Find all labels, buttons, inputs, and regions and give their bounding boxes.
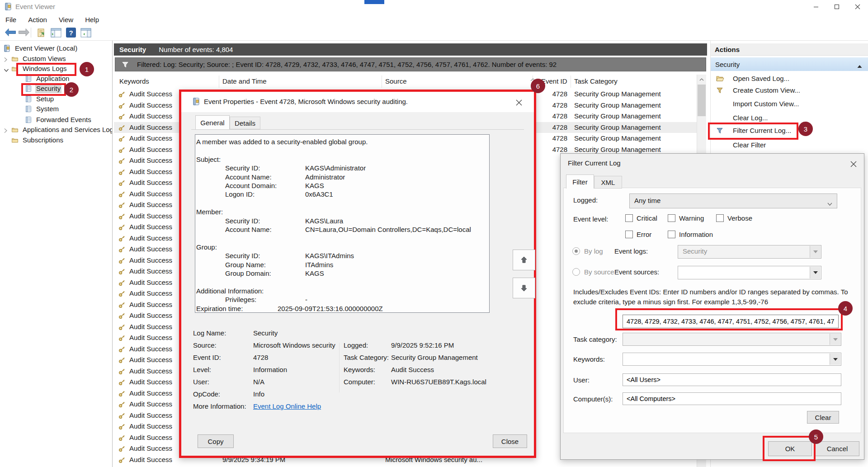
sidebar-item-subscriptions[interactable]: Subscriptions xyxy=(0,136,112,146)
toolbar: ? xyxy=(0,25,868,41)
actions-section-security[interactable]: Security xyxy=(711,57,868,71)
action-item-label: Open Saved Log... xyxy=(733,75,789,82)
sidebar-item-event-viewer-local[interactable]: Event Viewer (Local) xyxy=(0,44,112,54)
event-keyword: Audit Success xyxy=(129,112,172,120)
key-icon xyxy=(118,357,125,363)
chevron-right-icon[interactable] xyxy=(4,127,8,135)
event-ids-input[interactable] xyxy=(623,315,839,328)
checkbox-information[interactable] xyxy=(668,231,675,238)
next-event-button[interactable] xyxy=(513,278,535,298)
event-task-category: Security Group Management xyxy=(574,101,661,109)
keywords-dropdown[interactable] xyxy=(623,353,841,366)
forward-arrow-icon[interactable] xyxy=(18,28,30,38)
action-item-filter-current-log[interactable]: Filter Current Log... xyxy=(711,125,868,137)
menu-file[interactable]: File xyxy=(5,16,16,24)
event-keyword: Audit Success xyxy=(129,378,172,386)
computers-input[interactable] xyxy=(623,392,841,405)
event-task-category: Security Group Management xyxy=(574,123,661,131)
scrollbar-up-icon[interactable] xyxy=(697,75,706,84)
sidebar-item-windows-logs[interactable]: Windows Logs xyxy=(0,64,112,74)
previous-event-button[interactable] xyxy=(513,250,535,270)
action-item-label: Create Custom View... xyxy=(733,86,800,94)
sidebar-item-label: Application xyxy=(36,75,69,82)
checkbox-error[interactable] xyxy=(625,231,633,238)
clear-button[interactable]: Clear xyxy=(807,411,839,424)
dropdown-button[interactable] xyxy=(830,334,840,345)
action-item-open-saved-log[interactable]: Open Saved Log... xyxy=(711,73,868,85)
key-icon xyxy=(118,412,125,419)
tab-xml[interactable]: XML xyxy=(594,176,622,189)
dialog-close-icon[interactable] xyxy=(847,160,860,169)
event-id: 4728 xyxy=(539,112,567,120)
column-divider[interactable] xyxy=(382,75,382,88)
minimize-button[interactable] xyxy=(806,0,826,14)
sidebar-item-application[interactable]: Application xyxy=(0,74,112,84)
tab-filter[interactable]: Filter xyxy=(566,175,594,189)
column-divider[interactable] xyxy=(219,75,219,88)
show-action-pane-icon[interactable] xyxy=(80,28,91,39)
event-description-area[interactable]: A member was added to a security-enabled… xyxy=(195,134,490,313)
action-item-import-custom-view[interactable]: Import Custom View... xyxy=(711,98,868,111)
event-keyword: Audit Success xyxy=(129,367,172,375)
task-category-dropdown[interactable] xyxy=(623,333,841,346)
col-event-id[interactable]: Event ID xyxy=(541,77,567,85)
sidebar-item-forwarded-events[interactable]: Forwarded Events xyxy=(0,115,112,125)
scrollbar-thumb[interactable] xyxy=(698,85,706,116)
checkbox-warning[interactable] xyxy=(668,214,675,222)
chevron-right-icon[interactable] xyxy=(4,56,8,64)
radio-by-log[interactable] xyxy=(572,247,580,255)
log-event-count: Number of events: 4,804 xyxy=(159,46,233,53)
cancel-button[interactable]: Cancel xyxy=(815,441,859,456)
col-keywords[interactable]: Keywords xyxy=(119,77,149,85)
checkbox-critical[interactable] xyxy=(625,214,633,222)
export-log-icon[interactable] xyxy=(36,28,46,39)
cancel-button-label: Cancel xyxy=(827,445,848,453)
dropdown-button[interactable] xyxy=(830,354,840,365)
field-label: Security ID: xyxy=(225,164,305,172)
annotation-badge-3: 3 xyxy=(798,122,813,136)
close-dialog-button[interactable]: Close xyxy=(493,434,527,448)
tab-details[interactable]: Details xyxy=(230,117,260,129)
sidebar-item-custom-views[interactable]: Custom Views xyxy=(0,54,112,64)
collapse-caret-icon[interactable] xyxy=(857,62,862,70)
dialog-close-icon[interactable] xyxy=(512,98,526,107)
filter-tab-page: Logged: Any time Event level: Critical W… xyxy=(563,188,861,433)
col-source[interactable]: Source xyxy=(385,77,407,85)
event-task-category: Security Group Management xyxy=(574,134,661,142)
col-task-category[interactable]: Task Category xyxy=(574,77,618,85)
help-icon[interactable]: ? xyxy=(66,28,76,38)
sidebar-item-system[interactable]: System xyxy=(0,104,112,114)
action-item-create-custom-view[interactable]: Create Custom View... xyxy=(711,85,868,97)
maximize-button[interactable] xyxy=(826,0,847,14)
menu-action[interactable]: Action xyxy=(28,16,47,24)
menu-view[interactable]: View xyxy=(59,16,73,24)
action-item-clear-log[interactable]: Clear Log... xyxy=(711,112,868,125)
sidebar-item-applications-and-services-log[interactable]: Applications and Services Log xyxy=(0,125,112,135)
column-divider[interactable] xyxy=(571,75,571,88)
col-date-time[interactable]: Date and Time xyxy=(222,77,267,85)
event-sources-dropdown[interactable] xyxy=(678,266,821,279)
back-arrow-icon[interactable] xyxy=(5,28,16,38)
logged-dropdown[interactable]: Any time xyxy=(629,193,837,208)
tab-general[interactable]: General xyxy=(195,115,230,129)
event-logs-dropdown[interactable]: Security xyxy=(678,245,821,259)
event-sources-label: Event sources: xyxy=(614,268,659,276)
user-input[interactable] xyxy=(623,373,841,386)
dropdown-button[interactable] xyxy=(810,267,821,278)
close-button[interactable] xyxy=(847,0,868,14)
action-item-clear-filter[interactable]: Clear Filter xyxy=(711,139,868,152)
menu-help[interactable]: Help xyxy=(85,16,99,24)
sidebar-item-setup[interactable]: Setup xyxy=(0,94,112,104)
key-icon xyxy=(118,290,125,297)
checkbox-verbose[interactable] xyxy=(716,214,724,222)
field-value: KAGS\ITAdmins xyxy=(305,251,354,260)
show-console-tree-icon[interactable] xyxy=(51,28,61,39)
event-log-online-help-link[interactable]: Event Log Online Help xyxy=(253,402,321,410)
log-icon xyxy=(25,95,32,104)
radio-by-source[interactable] xyxy=(572,268,580,276)
chevron-down-icon[interactable] xyxy=(4,66,9,74)
sidebar-item-security[interactable]: Security xyxy=(0,84,112,94)
copy-button[interactable]: Copy xyxy=(198,434,234,448)
dropdown-button[interactable] xyxy=(810,246,821,258)
ok-button[interactable]: OK xyxy=(768,441,812,456)
